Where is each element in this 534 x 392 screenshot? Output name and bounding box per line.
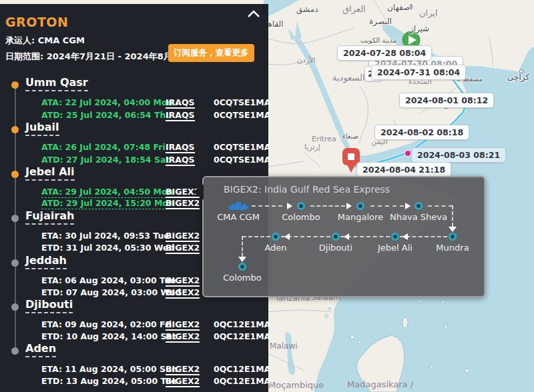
- port-time: ETA: 11 Aug 2024, 05:00 Sun: [41, 364, 178, 374]
- port-time: ATA: 29 Jul 2024, 04:50 Mon: [41, 187, 173, 198]
- port-block-aden: Aden ETA: 11 Aug 2024, 05:00 Sun BIGEX2 …: [0, 343, 268, 386]
- route-node: [297, 202, 305, 210]
- port-name-link[interactable]: Fujairah: [25, 209, 74, 225]
- port-name-link[interactable]: Djibouti: [25, 298, 73, 313]
- port-time: ETD: 13 Aug 2024, 05:00 Tue: [41, 376, 177, 386]
- route-timestamp-0728: 2024-07-28 08:04: [337, 45, 432, 61]
- arrow-left-icon: [403, 233, 408, 240]
- port-time: ETA: 09 Aug 2024, 02:00 Fri: [41, 319, 172, 329]
- route-node: [356, 202, 364, 210]
- port-status-bullet: [11, 215, 19, 222]
- service-route-popup: BIGEX2: India Gulf Red Sea Express CMA C…: [202, 176, 485, 297]
- voyage-number: 0QC12E1MA: [214, 376, 270, 386]
- route-timestamp-0803: 2024-08-03 08:21: [411, 147, 506, 163]
- voyage-number: 0CQTSE1MA: [214, 110, 270, 120]
- carrier-line: 承运人: CMA CGM: [5, 35, 85, 47]
- subscribe-button[interactable]: 订阅服务，查看更多: [168, 44, 254, 62]
- arrow-right-icon: [346, 203, 352, 209]
- vessel-name: GROTON: [5, 15, 68, 29]
- service-code-link[interactable]: BIGEX2: [166, 331, 200, 343]
- port-time: ETA: 30 Jul 2024, 09:53 Tue: [41, 231, 170, 241]
- route-timestamp-0802: 2024-08-02 08:18: [374, 125, 469, 140]
- service-code-link[interactable]: BIGEX2: [166, 364, 200, 375]
- arrow-left-icon: [344, 233, 349, 240]
- service-code-link[interactable]: BIGEX2: [166, 376, 200, 387]
- port-status-bullet: [11, 171, 19, 178]
- route-node: [391, 233, 399, 241]
- popup-title: BIGEX2: India Gulf Red Sea Express: [224, 184, 390, 195]
- route-node: [332, 233, 340, 241]
- route-stop-label: Aden: [242, 243, 309, 253]
- chevron-up-icon: [247, 10, 260, 18]
- port-status-bullet: [11, 259, 19, 267]
- route-stop-label: Jebel Ali: [362, 243, 429, 253]
- port-block-djibouti: Djibouti ETA: 09 Aug 2024, 02:00 Fri BIG…: [0, 299, 268, 342]
- port-time: ATA: 26 Jul 2024, 07:48 Fri: [41, 142, 166, 152]
- service-code-link[interactable]: BIGEX2: [166, 243, 200, 254]
- ship-icon: [226, 200, 250, 213]
- service-code-link[interactable]: IRAQS: [166, 142, 195, 153]
- shipment-tracking-screen: العراق دمشق اصفهان ايران البصرة الأردن ا…: [0, 0, 534, 392]
- service-code-link[interactable]: IRAQS: [166, 97, 195, 109]
- port-name-link[interactable]: Jeddah: [25, 254, 67, 269]
- service-code-link[interactable]: BIGEX2: [166, 319, 200, 331]
- route-stop-label: Nhava Sheva: [385, 212, 452, 222]
- port-name-link[interactable]: Umm Qasr: [25, 76, 88, 91]
- arrow-down-icon: [238, 257, 246, 262]
- arrow-left-icon: [284, 233, 290, 240]
- service-code-link[interactable]: BIGEX2: [166, 275, 200, 287]
- port-time: ETD: 10 Aug 2024, 14:00 Sat: [41, 331, 176, 341]
- port-status-bullet: [11, 81, 19, 89]
- popup-anchor-arrow: [193, 184, 204, 200]
- service-code-link[interactable]: BIGEX2: [166, 287, 200, 299]
- port-status-bullet: [11, 303, 19, 311]
- port-status-bullet: [11, 126, 19, 133]
- port-time: ETD: 31 Jul 2024, 05:30 Wed: [41, 243, 175, 253]
- port-status-bullet: [11, 347, 19, 355]
- voyage-number: 0CQTSE1MA: [214, 155, 270, 165]
- route-stop-label: Mundra: [419, 243, 486, 253]
- route-node: [415, 202, 423, 210]
- route-node: [238, 263, 246, 271]
- route-stop-label: Djibouti: [302, 243, 369, 253]
- route-timestamp-0731: 2024-07-31 08:04: [371, 65, 466, 80]
- route-origin-label: CMA CGM: [205, 212, 272, 222]
- port-time: ATD: 25 Jul 2024, 06:54 Thu: [41, 110, 172, 120]
- port-name-link[interactable]: Jubail: [25, 121, 59, 136]
- port-name-link[interactable]: Jebel Ali: [25, 165, 75, 181]
- voyage-number: 0QC12E1MA: [214, 331, 270, 341]
- voyage-number: 0QC12E1MA: [214, 319, 270, 329]
- arrow-right-icon: [405, 203, 411, 209]
- collapse-panel-button[interactable]: [247, 8, 262, 20]
- port-name-link[interactable]: Aden: [25, 342, 56, 357]
- date-range-line: 日期范围: 2024年7月21日 - 2024年8月18日: [5, 51, 193, 63]
- voyage-number: 0QC12E1MA: [214, 364, 270, 374]
- route-timestamp-0804: 2024-08-04 21:18: [356, 162, 451, 177]
- service-code-link[interactable]: IRAQS: [166, 110, 195, 121]
- voyage-number: 0CQTSE1MA: [214, 97, 270, 107]
- route-node: [449, 233, 457, 241]
- port-time: ETA: 06 Aug 2024, 03:00 Tue: [41, 275, 176, 285]
- port-time: ATD: 27 Jul 2024, 18:54 Sat: [41, 155, 170, 165]
- port-block-jubail: Jubail ATA: 26 Jul 2024, 07:48 Fri IRAQS…: [0, 122, 268, 165]
- port-time: ATD: 29 Jul 2024, 15:20 Mon: [41, 198, 174, 209]
- route-stop-label: Colombo: [209, 273, 276, 283]
- port-block-umm-qasr: Umm Qasr ATA: 22 Jul 2024, 04:00 Mon IRA…: [0, 77, 268, 120]
- service-code-link[interactable]: BIGEX2: [166, 231, 200, 242]
- arrow-right-icon: [287, 203, 292, 209]
- route-stop-label: Mangalore: [327, 212, 394, 222]
- service-code-link[interactable]: IRAQS: [166, 155, 195, 166]
- route-stop-label: Colombo: [268, 212, 334, 222]
- route-timestamp-0801: 2024-08-01 08:12: [399, 93, 494, 108]
- arrow-down-icon: [449, 227, 457, 232]
- route-node: [272, 233, 280, 241]
- port-time: ETD: 07 Aug 2024, 03:00 Wed: [41, 287, 181, 297]
- port-time: ATA: 22 Jul 2024, 04:00 Mon: [41, 97, 173, 107]
- voyage-number: 0CQTSE1MA: [214, 142, 270, 152]
